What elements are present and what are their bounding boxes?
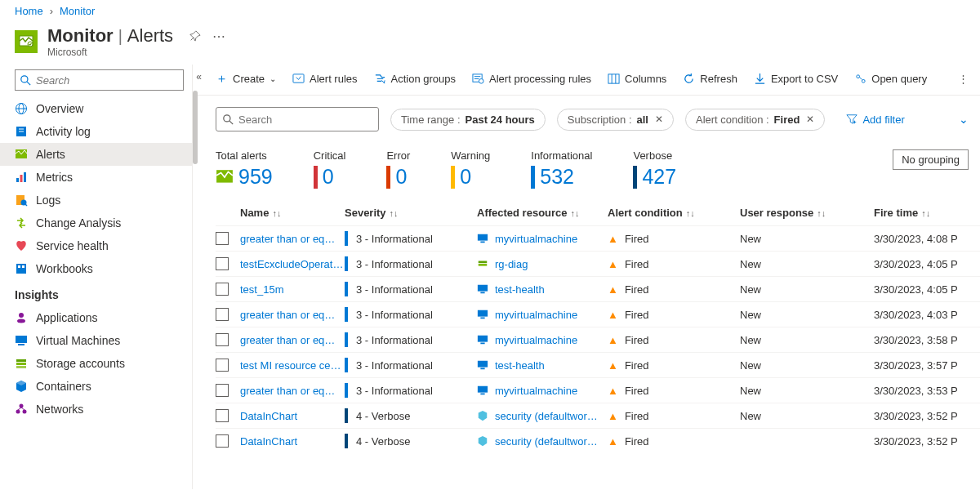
sidebar-item-alerts[interactable]: Alerts — [0, 143, 192, 166]
filter-time-range[interactable]: Time range :Past 24 hours — [390, 109, 546, 131]
alert-icon — [15, 148, 28, 161]
table-row[interactable]: greater than or eq…3 - Informationalmyvi… — [216, 327, 980, 352]
stat-total[interactable]: Total alerts959 — [216, 149, 273, 189]
alert-name-link[interactable]: greater than or eq… — [240, 309, 335, 321]
stat-informational[interactable]: Informational532 — [531, 149, 592, 189]
sidebar-item-storage-accounts[interactable]: Storage accounts — [0, 352, 192, 375]
sidebar-item-metrics[interactable]: Metrics — [0, 166, 192, 189]
sidebar-item-networks[interactable]: Networks — [0, 398, 192, 421]
resource-link[interactable]: myvirtualmachine — [495, 385, 577, 397]
col-name[interactable]: Name↑↓ — [240, 207, 345, 219]
stat-error[interactable]: Error0 — [386, 149, 410, 189]
resource-link[interactable]: myvirtualmachine — [495, 309, 577, 321]
table-row[interactable]: DataInChart4 - Verbosesecurity (defaultw… — [216, 428, 980, 453]
table-row[interactable]: test MI resource ce…3 - Informationaltes… — [216, 352, 980, 377]
sidebar-item-service-health[interactable]: Service health — [0, 234, 192, 257]
fired-icon: ▲ — [608, 435, 618, 448]
table-row[interactable]: DataInChart4 - Verbosesecurity (defaultw… — [216, 403, 980, 428]
search-icon — [20, 75, 31, 86]
sidebar-item-virtual-machines[interactable]: Virtual Machines — [0, 329, 192, 352]
svg-point-20 — [19, 313, 24, 318]
sort-icon: ↑↓ — [817, 208, 826, 218]
chevron-down-icon[interactable]: ⌄ — [959, 113, 969, 126]
stat-critical[interactable]: Critical0 — [314, 149, 346, 189]
alert-name-link[interactable]: testEcxcludeOperat… — [240, 258, 343, 270]
resource-link[interactable]: rg-diag — [495, 258, 528, 270]
breadcrumb-monitor[interactable]: Monitor — [60, 5, 95, 17]
stat-warning[interactable]: Warning0 — [451, 149, 490, 189]
create-button[interactable]: ＋Create⌄ — [216, 71, 276, 87]
action-groups-button[interactable]: Action groups — [374, 73, 457, 85]
grouping-dropdown[interactable]: No grouping — [893, 149, 969, 170]
sidebar-item-logs[interactable]: Logs — [0, 189, 192, 212]
filter-alert-condition[interactable]: Alert condition :Fired✕ — [685, 109, 825, 131]
severity-text: 3 - Informational — [356, 233, 433, 245]
row-checkbox[interactable] — [216, 308, 229, 321]
stat-verbose[interactable]: Verbose427 — [633, 149, 676, 189]
col-condition[interactable]: Alert condition↑↓ — [608, 207, 740, 219]
table-row[interactable]: greater than or eq…3 - Informationalmyvi… — [216, 301, 980, 327]
sidebar-item-workbooks[interactable]: Workbooks — [0, 257, 192, 280]
alert-name-link[interactable]: greater than or eq… — [240, 385, 335, 397]
resource-link[interactable]: myvirtualmachine — [495, 233, 577, 245]
open-query-button[interactable]: Open query — [854, 73, 927, 85]
resource-link[interactable]: test-health — [495, 359, 545, 372]
response-text: New — [740, 309, 761, 321]
row-checkbox[interactable] — [216, 434, 229, 448]
row-checkbox[interactable] — [216, 232, 229, 245]
svg-point-40 — [224, 114, 230, 121]
main-search[interactable] — [216, 107, 379, 131]
breadcrumb-home[interactable]: Home — [15, 5, 43, 17]
resource-link[interactable]: myvirtualmachine — [495, 334, 577, 346]
alert-name-link[interactable]: DataInChart — [240, 435, 297, 448]
alert-name-link[interactable]: DataInChart — [240, 410, 297, 422]
table-row[interactable]: greater than or eq…3 - Informationalmyvi… — [216, 377, 980, 403]
resource-link[interactable]: security (defaultwor… — [495, 410, 598, 422]
sidebar-item-containers[interactable]: Containers — [0, 375, 192, 398]
more-icon[interactable]: ⋯ — [212, 29, 225, 44]
row-checkbox[interactable] — [216, 283, 229, 296]
sidebar-item-change-analysis[interactable]: Change Analysis — [0, 212, 192, 234]
sidebar-item-applications[interactable]: Applications — [0, 306, 192, 329]
alert-name-link[interactable]: greater than or eq… — [240, 334, 335, 346]
resource-link[interactable]: test-health — [495, 283, 545, 296]
alert-name-link[interactable]: test_15m — [240, 283, 283, 296]
row-checkbox[interactable] — [216, 409, 229, 422]
scrollbar[interactable] — [193, 91, 198, 164]
row-checkbox[interactable] — [216, 384, 229, 397]
col-response[interactable]: User response↑↓ — [740, 207, 874, 219]
alert-rules-button[interactable]: Alert rules — [292, 73, 358, 85]
col-severity[interactable]: Severity↑↓ — [345, 207, 477, 219]
alert-name-link[interactable]: greater than or eq… — [240, 233, 335, 245]
alert-name-link[interactable]: test MI resource ce… — [240, 359, 341, 372]
app-icon — [15, 311, 28, 324]
nav-label: Virtual Machines — [36, 334, 120, 347]
svg-rect-23 — [18, 344, 24, 345]
table-row[interactable]: greater than or eq…3 - Informationalmyvi… — [216, 225, 980, 251]
add-filter-button[interactable]: Add filter — [836, 109, 914, 130]
main-search-input[interactable] — [238, 114, 376, 126]
refresh-button[interactable]: Refresh — [683, 73, 737, 85]
processing-rules-button[interactable]: Alert processing rules — [472, 73, 591, 85]
sidebar-item-overview[interactable]: Overview — [0, 97, 192, 120]
col-time[interactable]: Fire time↑↓ — [874, 207, 972, 219]
filter-subscription[interactable]: Subscription :all✕ — [557, 109, 674, 131]
row-checkbox[interactable] — [216, 257, 229, 270]
fire-time-text: 3/30/2023, 3:52 P — [874, 435, 958, 448]
sort-icon: ↑↓ — [921, 208, 930, 218]
table-row[interactable]: test_15m3 - Informationaltest-health▲Fir… — [216, 276, 980, 301]
export-csv-button[interactable]: Export to CSV — [754, 73, 838, 85]
table-row[interactable]: testEcxcludeOperat…3 - Informationalrg-d… — [216, 251, 980, 276]
resource-link[interactable]: security (defaultwor… — [495, 435, 598, 448]
close-icon[interactable]: ✕ — [806, 114, 814, 125]
sidebar-search-input[interactable] — [36, 74, 178, 87]
close-icon[interactable]: ✕ — [655, 114, 663, 125]
sidebar-search[interactable] — [15, 69, 184, 91]
row-checkbox[interactable] — [216, 359, 229, 372]
col-resource[interactable]: Affected resource↑↓ — [477, 207, 608, 219]
fire-time-text: 3/30/2023, 3:58 P — [874, 334, 958, 346]
columns-button[interactable]: Columns — [608, 73, 666, 85]
sidebar-item-activity-log[interactable]: Activity log — [0, 120, 192, 143]
row-checkbox[interactable] — [216, 333, 229, 346]
pin-icon[interactable] — [189, 30, 201, 42]
